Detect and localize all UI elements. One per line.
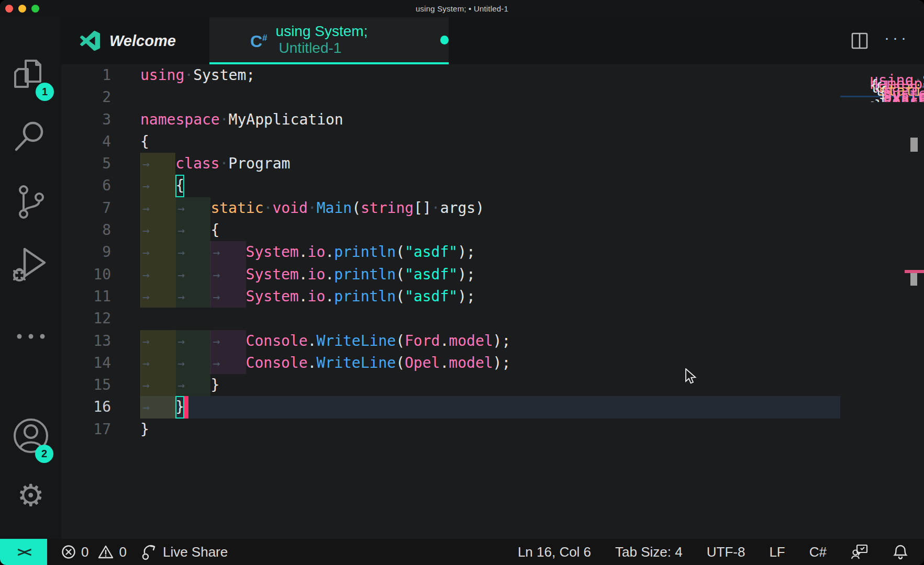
minimize-window-button[interactable] <box>18 5 26 13</box>
accounts-button[interactable]: 2 <box>0 416 61 456</box>
tab-whitespace-arrow-icon: → <box>140 264 175 286</box>
problems-status[interactable]: 0 0 <box>61 544 127 560</box>
code-line-14[interactable]: 14→→→Console.WriteLine(Opel.model); <box>61 352 924 374</box>
line-number[interactable]: 10 <box>61 264 111 286</box>
tab-whitespace-arrow-icon: → <box>210 330 246 352</box>
tab-welcome[interactable]: Welcome <box>61 17 209 64</box>
code-line-3[interactable]: 3namespace·MyApplication <box>61 109 924 131</box>
feedback-icon[interactable] <box>851 544 869 560</box>
minimap[interactable]: using·System;namespace·MyApplication{→cl… <box>840 70 924 102</box>
zoom-window-button[interactable] <box>31 5 39 13</box>
activity-bar: 1 <box>0 17 61 539</box>
line-number[interactable]: 5 <box>61 153 111 175</box>
line-content: →→→System.io.println("asdf"); <box>140 286 475 308</box>
tab-whitespace-arrow-icon: → <box>175 197 210 219</box>
warning-icon <box>97 544 114 560</box>
line-number[interactable]: 17 <box>61 419 111 440</box>
line-number[interactable]: 15 <box>61 374 111 396</box>
window-controls <box>5 5 39 13</box>
line-number[interactable]: 16 <box>61 396 111 418</box>
line-content: →→{ <box>140 219 219 241</box>
code-token: ); <box>458 264 475 286</box>
code-token: { <box>175 175 184 197</box>
code-token: · <box>184 64 193 86</box>
code-token: ); <box>458 241 475 263</box>
more-actions-icon[interactable]: ··· <box>884 32 909 49</box>
live-share-button[interactable]: Live Share <box>140 543 228 561</box>
line-number[interactable]: 1 <box>61 64 111 86</box>
code-line-8[interactable]: 8→→{ <box>61 219 924 241</box>
line-content: using·System; <box>140 64 255 86</box>
code-token: { <box>140 131 149 153</box>
explorer-button[interactable]: 1 <box>0 55 61 93</box>
line-number[interactable]: 3 <box>61 109 111 131</box>
code-line-10[interactable]: 10→→→System.io.println("asdf"); <box>61 264 924 286</box>
tab-whitespace-arrow-icon: → <box>140 286 175 308</box>
code-line-17[interactable]: 17} <box>61 419 924 440</box>
tab-whitespace-arrow-icon: → <box>140 374 175 396</box>
line-number[interactable]: 6 <box>61 175 111 197</box>
unsaved-changes-dot[interactable] <box>440 36 449 44</box>
code-line-16[interactable]: 16→} <box>61 396 924 418</box>
cursor-position-status[interactable]: Ln 16, Col 6 <box>518 544 591 560</box>
line-number[interactable]: 7 <box>61 197 111 219</box>
source-control-button[interactable] <box>0 184 61 221</box>
error-count: 0 <box>81 544 88 560</box>
more-views-button[interactable] <box>0 329 61 344</box>
code-token: WriteLine <box>316 352 396 374</box>
language-mode-status[interactable]: C# <box>809 544 827 560</box>
line-number[interactable]: 4 <box>61 131 111 153</box>
eol-status[interactable]: LF <box>769 544 785 560</box>
line-number[interactable]: 11 <box>61 286 111 308</box>
line-number[interactable]: 8 <box>61 219 111 241</box>
code-token: println <box>334 286 396 308</box>
code-line-13[interactable]: 13→→→Console.WriteLine(Ford.model); <box>61 330 924 352</box>
tab-size-status[interactable]: Tab Size: 4 <box>615 544 683 560</box>
line-number[interactable]: 14 <box>61 352 111 374</box>
line-content: { <box>140 131 149 153</box>
line-number[interactable]: 2 <box>61 86 111 108</box>
code-token: void <box>272 197 307 219</box>
encoding-status[interactable]: UTF-8 <box>707 544 745 560</box>
debug-icon <box>11 245 51 285</box>
code-token: Console <box>246 352 308 374</box>
line-content: namespace·MyApplication <box>140 109 343 131</box>
code-line-1[interactable]: 1using·System; <box>61 64 924 86</box>
tab-whitespace-arrow-icon: → <box>175 286 210 308</box>
code-line-15[interactable]: 15→→} <box>61 374 924 396</box>
line-number[interactable]: 9 <box>61 241 111 263</box>
settings-button[interactable]: ⚙ <box>0 480 61 511</box>
code-line-6[interactable]: 6→{ <box>61 175 924 197</box>
code-line-5[interactable]: 5→class·Program <box>61 153 924 175</box>
code-token: "asdf" <box>405 286 458 308</box>
run-debug-button[interactable] <box>0 245 61 285</box>
status-bar: >< 0 0 Live Share Ln 16 <box>0 539 924 565</box>
search-button[interactable] <box>0 118 61 156</box>
code-token: WriteLine <box>316 330 396 352</box>
code-token: . <box>308 330 317 352</box>
code-editor[interactable]: 1using·System;23namespace·MyApplication4… <box>61 64 924 539</box>
code-line-12[interactable]: 12 <box>61 308 924 330</box>
remote-indicator-button[interactable]: >< <box>0 539 47 565</box>
split-editor-icon[interactable] <box>851 32 869 50</box>
code-line-7[interactable]: 7→→static·void·Main(string[]·args) <box>61 197 924 219</box>
code-line-9[interactable]: 9→→→System.io.println("asdf"); <box>61 241 924 263</box>
line-number[interactable]: 12 <box>61 308 111 330</box>
code-token: ); <box>493 330 511 352</box>
code-line-2[interactable]: 2 <box>61 86 924 108</box>
git-branch-icon <box>12 184 50 221</box>
line-content: →} <box>140 396 188 418</box>
bell-icon[interactable] <box>893 544 908 560</box>
close-window-button[interactable] <box>5 5 13 13</box>
code-token: { <box>210 219 219 241</box>
tab-whitespace-arrow-icon: → <box>140 330 175 352</box>
tab-using-system[interactable]: C# using System; Untitled-1 <box>209 17 449 64</box>
code-line-4[interactable]: 4{ <box>61 131 924 153</box>
code-line-11[interactable]: 11→→→System.io.println("asdf"); <box>61 286 924 308</box>
line-content: →→} <box>140 374 219 396</box>
tab-bar: Welcome C# using System; Untitled-1 ··· <box>61 17 924 64</box>
tab-whitespace-arrow-icon: → <box>210 241 246 263</box>
line-number[interactable]: 13 <box>61 330 111 352</box>
code-token: MyApplication <box>229 109 343 131</box>
code-token: Ford <box>405 330 440 352</box>
